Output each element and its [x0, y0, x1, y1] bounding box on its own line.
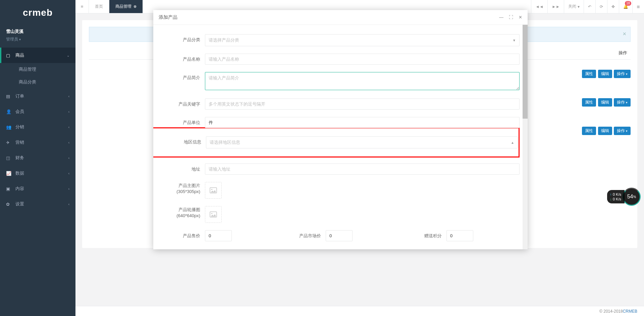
market-input[interactable] — [326, 230, 353, 241]
user-name: 雪山灵溪 — [6, 28, 69, 35]
move-button[interactable]: ✥ — [607, 0, 619, 13]
nav-products[interactable]: ▢ 商品 ⌄ — [0, 48, 75, 63]
main-img-upload[interactable] — [205, 182, 222, 199]
nav-settings[interactable]: ✿设置‹ — [0, 196, 75, 212]
tab-prev-button[interactable]: ◄◄ — [531, 0, 547, 13]
svg-point-1 — [211, 189, 213, 190]
refresh-button[interactable]: ⟳ — [595, 0, 607, 13]
logo: crmeb — [0, 0, 75, 25]
chevron-left-icon: ‹ — [68, 110, 69, 114]
edit-button[interactable]: 编辑 — [598, 70, 612, 78]
highlighted-region-field: 地区信息 请选择地区信息 ▲ — [153, 127, 520, 157]
chevron-left-icon: ‹ — [68, 202, 69, 206]
user-icon: 👤 — [6, 109, 13, 114]
group-icon: 👥 — [6, 125, 13, 130]
add-product-modal: 添加产品 — ⛶ ✕ 产品分类 请选择产品分类 ▼ — [153, 10, 528, 249]
main-img-label: 产品主图片 (305*305px) — [161, 182, 205, 195]
close-button[interactable]: ✕ — [519, 15, 522, 20]
close-dropdown[interactable]: 关闭 ▾ — [564, 0, 584, 13]
nav-product-manage[interactable]: 商品管理 — [0, 63, 75, 76]
book-icon: ▣ — [6, 186, 13, 191]
address-label: 地址 — [161, 164, 205, 172]
modal-title: 添加产品 — [159, 14, 177, 20]
name-label: 产品名称 — [161, 54, 205, 62]
nav-product-category[interactable]: 商品分类 — [0, 76, 75, 88]
tab-home[interactable]: 首页 — [89, 0, 109, 13]
tab-next-button[interactable]: ►► — [547, 0, 564, 13]
points-label: 赠送积分 — [353, 230, 446, 241]
user-info[interactable]: 雪山灵溪 管理员 — [0, 25, 75, 48]
performance-widget[interactable]: 0 K/s 0 K/s 54% — [607, 188, 641, 206]
keyword-input[interactable] — [205, 99, 520, 110]
chevron-left-icon: ‹ — [68, 172, 69, 175]
nav-data[interactable]: 📈数据‹ — [0, 166, 75, 181]
laptop-icon: ▢ — [6, 53, 13, 58]
op-dropdown[interactable]: 操作 — [614, 127, 631, 135]
footer-link[interactable]: CRMEB — [623, 309, 637, 314]
edit-button[interactable]: 编辑 — [598, 98, 612, 107]
send-icon: ✈ — [6, 140, 13, 145]
image-icon — [210, 211, 217, 217]
cpu-percent: 54% — [623, 188, 641, 206]
intro-label: 产品简介 — [161, 72, 205, 81]
caret-down-icon: ▼ — [513, 39, 516, 42]
op-dropdown[interactable]: 操作 — [614, 70, 631, 78]
nav-orders[interactable]: ▤订单‹ — [0, 88, 75, 104]
attr-button[interactable]: 属性 — [582, 70, 596, 78]
carousel-label: 产品轮播图 (640*640px) — [161, 206, 205, 219]
image-icon — [210, 187, 217, 193]
upload-speed: 0 K/s — [610, 192, 621, 197]
footer: © 2014-2018 CRMEB — [75, 306, 644, 316]
address-input[interactable] — [205, 164, 520, 175]
chevron-down-icon: ⌄ — [67, 54, 69, 57]
maximize-button[interactable]: ⛶ — [509, 15, 513, 20]
notifications-button[interactable]: 🔔18 — [619, 0, 632, 13]
sidebar: crmeb 雪山灵溪 管理员 ▢ 商品 ⌄ 商品管理 商品分类 ▤订单‹ 👤会员… — [0, 0, 75, 316]
hamburger-button[interactable]: ≡ — [75, 0, 89, 13]
minimize-button[interactable]: — — [499, 15, 503, 20]
keyword-label: 产品关键字 — [161, 99, 205, 107]
edit-button[interactable]: 编辑 — [598, 127, 612, 135]
unit-label: 产品单位 — [161, 117, 205, 126]
gear-icon: ✿ — [6, 202, 13, 207]
caret-up-icon: ▲ — [511, 141, 514, 144]
category-label: 产品分类 — [161, 34, 205, 43]
nav-members[interactable]: 👤会员‹ — [0, 104, 75, 119]
chart-icon: 📈 — [6, 171, 13, 176]
price-label: 产品售价 — [161, 230, 205, 239]
document-icon: ▤ — [6, 94, 13, 99]
price-input[interactable] — [205, 230, 232, 241]
chevron-left-icon: ‹ — [68, 141, 69, 144]
attr-button[interactable]: 属性 — [582, 98, 596, 107]
intro-textarea[interactable] — [205, 72, 520, 90]
nav-marketing[interactable]: ✈营销‹ — [0, 135, 75, 150]
chevron-left-icon: ‹ — [68, 156, 69, 160]
op-dropdown[interactable]: 操作 — [614, 98, 631, 107]
close-icon[interactable]: ⊗ — [133, 4, 137, 9]
category-select[interactable]: 请选择产品分类 ▼ — [205, 34, 520, 46]
chevron-left-icon: ‹ — [68, 187, 69, 191]
carousel-upload[interactable] — [205, 206, 222, 223]
attr-button[interactable]: 属性 — [582, 127, 596, 135]
chevron-left-icon: ‹ — [68, 125, 69, 129]
menu-button[interactable]: ≣ — [632, 0, 644, 13]
market-label: 产品市场价 — [232, 230, 326, 241]
alert-close-button[interactable]: × — [623, 30, 626, 38]
nav-finance[interactable]: ◫财务‹ — [0, 150, 75, 166]
svg-point-3 — [211, 213, 213, 214]
region-label: 地区信息 — [162, 136, 206, 145]
main-area: ≡ 首页 商品管理⊗ ◄◄ ►► 关闭 ▾ ↶ ⟳ ✥ 🔔18 ≣ × 操作 — [75, 0, 644, 316]
money-icon: ◫ — [6, 155, 13, 161]
region-select[interactable]: 请选择地区信息 ▲ — [206, 136, 518, 148]
user-role-dropdown[interactable]: 管理员 — [6, 37, 69, 42]
tab-product-manage[interactable]: 商品管理⊗ — [109, 0, 143, 13]
undo-button[interactable]: ↶ — [584, 0, 595, 13]
name-input[interactable] — [205, 54, 520, 65]
unit-input[interactable] — [205, 117, 520, 128]
nav-content[interactable]: ▣内容‹ — [0, 181, 75, 196]
nav-distribution[interactable]: 👥分销‹ — [0, 119, 75, 135]
points-input[interactable] — [446, 230, 473, 241]
download-speed: 0 K/s — [610, 197, 621, 201]
chevron-left-icon: ‹ — [68, 94, 69, 98]
scrollbar[interactable] — [523, 25, 528, 249]
